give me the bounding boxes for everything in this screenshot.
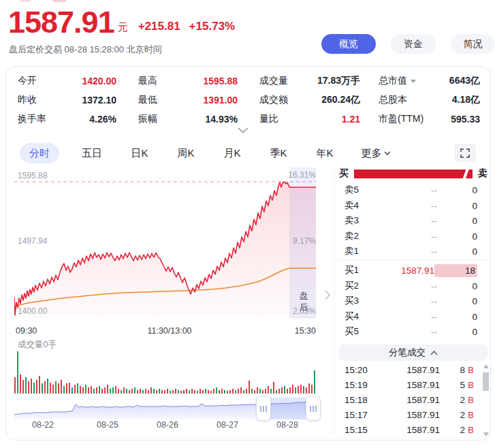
- ob-qty: 0: [437, 231, 477, 242]
- fullscreen-button[interactable]: [454, 144, 476, 162]
- stat-cell: 最低1391.00: [138, 91, 238, 109]
- ob-price: --: [379, 312, 437, 322]
- tab-more[interactable]: 更多: [357, 143, 394, 163]
- navigator-selected-range[interactable]: [270, 398, 306, 419]
- trade-time: 15:17: [345, 410, 379, 420]
- trade-qty: 2B: [440, 410, 483, 420]
- navigator-handle-right[interactable]: [306, 396, 321, 421]
- order-book-divider: [339, 259, 488, 260]
- price-header: 1587.91 元 +215.81 +15.73%: [8, 5, 235, 39]
- ob-level-label: 卖3: [339, 214, 379, 227]
- trade-qty-value: 2: [460, 395, 465, 405]
- tab-年K[interactable]: 年K: [311, 143, 338, 163]
- ob-qty: 18: [434, 264, 477, 277]
- ob-qty: 0: [437, 296, 477, 306]
- stat-cell: 量比1.21: [259, 110, 360, 128]
- ob-qty-highlight: 18: [434, 264, 477, 277]
- scroll-up-arrow[interactable]: [483, 364, 489, 368]
- intraday-chart: [14, 167, 316, 319]
- buy-sell-ratio-bar: [354, 170, 473, 178]
- trades-scrollbar[interactable]: [483, 364, 489, 436]
- ask-row: 卖3--0: [339, 213, 488, 228]
- stat-value: 1420.00: [82, 76, 116, 86]
- trade-qty-value: 2: [460, 425, 465, 435]
- ob-price: --: [379, 185, 437, 195]
- tab-分时[interactable]: 分时: [20, 143, 59, 163]
- scroll-down-arrow[interactable]: [483, 432, 489, 436]
- stat-cell: 今开1420.00: [18, 72, 116, 90]
- y-label-mid: 1497.94: [18, 236, 47, 246]
- ob-level-label: 买2: [339, 280, 379, 292]
- trade-price: 1587.91: [379, 365, 440, 375]
- stat-label: 最低: [138, 94, 157, 106]
- stat-value: 595.33: [451, 114, 480, 125]
- panel-collapse-arrow[interactable]: [325, 290, 330, 303]
- y-label-high: 1595.88: [18, 171, 47, 180]
- price-change-percent: +15.73%: [189, 20, 236, 33]
- view-tab-1[interactable]: 概览: [321, 34, 376, 54]
- ask-row: 卖5--0: [339, 182, 488, 197]
- tab-五日[interactable]: 五日: [78, 143, 106, 163]
- stat-label: 市盈(TTM): [379, 113, 424, 125]
- trade-side: B: [468, 425, 474, 435]
- currency-unit: 元: [118, 21, 128, 34]
- stat-label: 量比: [259, 113, 278, 125]
- quote-card: 今开1420.00最高1595.88成交量17.83万手总市值6643亿昨收13…: [5, 66, 491, 441]
- more-label: 更多: [362, 143, 382, 163]
- stat-label: 成交量: [259, 75, 288, 87]
- trade-qty: 5B: [440, 380, 483, 390]
- trade-qty: 2B: [440, 395, 483, 405]
- trade-side: B: [468, 365, 474, 375]
- x-label-close: 15:30: [282, 326, 316, 336]
- trade-time: 15:20: [345, 365, 379, 375]
- stat-value: 17.83万手: [317, 75, 360, 87]
- tab-周K[interactable]: 周K: [172, 143, 199, 163]
- view-tab-3[interactable]: 简况: [451, 34, 495, 54]
- trade-ticks-header[interactable]: 分笔成交: [339, 345, 488, 361]
- ob-level-label: 买4: [339, 310, 379, 323]
- tab-日K[interactable]: 日K: [126, 143, 153, 163]
- ask-row: 卖2--0: [339, 229, 488, 244]
- stats-expand-button[interactable]: [238, 124, 253, 135]
- ratio-bar-notch: [462, 167, 469, 180]
- ob-price: 1587.91: [378, 266, 434, 276]
- navigator-handle-left[interactable]: [256, 396, 271, 421]
- vertical-divider: [334, 169, 334, 434]
- trade-side: B: [468, 410, 474, 420]
- trade-row: 15:171587.912B: [339, 407, 483, 422]
- y-label-low: 1400.00: [18, 306, 47, 316]
- ob-qty: 0: [437, 246, 477, 257]
- buy-label: 买: [339, 167, 349, 180]
- ob-level-label: 卖1: [339, 245, 379, 257]
- price-change: +215.81: [138, 20, 180, 33]
- stat-cell: 振幅14.93%: [138, 110, 238, 128]
- view-tab-2[interactable]: 资金: [391, 34, 436, 54]
- tab-月K[interactable]: 月K: [219, 143, 246, 163]
- trade-row: 15:191587.915B: [339, 377, 483, 392]
- trade-qty: 2B: [440, 425, 483, 435]
- stat-label: 总股本: [379, 94, 407, 106]
- trade-qty: 8B: [440, 365, 483, 375]
- trade-price: 1587.91: [379, 380, 440, 390]
- stat-label: 换手率: [18, 113, 46, 125]
- caret-down-icon[interactable]: [411, 80, 416, 83]
- navigator-date-label: 08-25: [87, 420, 128, 430]
- stat-value: 14.93%: [206, 114, 238, 125]
- volume-chart: [14, 349, 316, 394]
- fullscreen-icon: [460, 148, 470, 158]
- navigator-date-label: 08-22: [22, 420, 63, 430]
- stat-cell: 成交额260.24亿: [259, 91, 360, 109]
- stat-value: 4.18亿: [452, 94, 480, 106]
- ob-qty: 0: [437, 201, 477, 211]
- stat-cell: 成交量17.83万手: [259, 72, 360, 90]
- trade-row: 15:201587.918B: [339, 362, 483, 377]
- trade-qty-value: 5: [460, 380, 465, 390]
- tab-季K[interactable]: 季K: [265, 143, 292, 163]
- current-price: 1587.91: [8, 5, 114, 39]
- ask-row: 卖4--0: [339, 198, 488, 213]
- scrollbar-thumb[interactable]: [483, 372, 489, 391]
- stat-cell: 换手率4.26%: [18, 110, 116, 128]
- navigator-date-label: 08-28: [267, 420, 308, 430]
- chevron-down-icon: [238, 127, 249, 133]
- ob-price: --: [379, 327, 437, 337]
